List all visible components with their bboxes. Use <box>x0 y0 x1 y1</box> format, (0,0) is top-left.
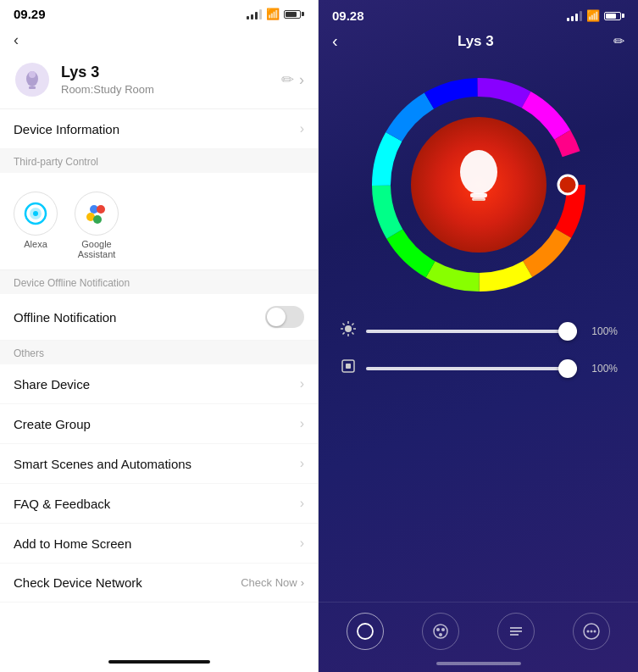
alexa-icon <box>14 192 58 236</box>
battery-icon-right <box>604 12 624 20</box>
add-to-home-screen-item[interactable]: Add to Home Screen › <box>0 524 318 564</box>
color-wheel-container[interactable] <box>319 58 638 303</box>
offline-notif-label: Device Offline Notification <box>14 277 130 289</box>
color-selector-dot[interactable] <box>558 175 577 194</box>
offline-notif-section-header: Device Offline Notification <box>0 270 318 294</box>
home-bar-right <box>436 662 521 665</box>
device-information-label: Device Information <box>14 122 119 136</box>
device-header: Lys 3 Room:Study Room ✏ › <box>0 56 318 109</box>
check-now-chevron: › <box>301 576 304 589</box>
svg-point-50 <box>594 630 596 633</box>
google-assistant-item[interactable]: GoogleAssistant <box>75 192 119 259</box>
svg-point-39 <box>358 624 373 639</box>
share-device-item[interactable]: Share Device › <box>0 364 318 404</box>
device-info: Lys 3 Room:Study Room <box>61 64 281 96</box>
third-party-icons: Alexa GoogleAssistant <box>14 192 304 259</box>
back-arrow-left: ‹ <box>14 31 19 48</box>
svg-point-49 <box>591 630 593 633</box>
svg-line-36 <box>343 332 345 334</box>
color-temp-row: 100% <box>339 358 618 378</box>
alexa-item[interactable]: Alexa <box>14 192 58 259</box>
svg-point-48 <box>587 630 590 633</box>
chevron-icon: › <box>300 121 304 136</box>
back-button-right[interactable]: ‹ <box>332 31 338 51</box>
wifi-icon-left: 📶 <box>266 8 280 20</box>
faq-feedback-item[interactable]: FAQ & Feedback › <box>0 484 318 524</box>
device-information-item[interactable]: Device Information › <box>0 109 318 149</box>
color-temp-fill <box>366 367 577 370</box>
brightness-track[interactable] <box>366 330 577 333</box>
brightness-thumb[interactable] <box>558 322 577 341</box>
offline-notification-label: Offline Notification <box>14 310 116 325</box>
time-left: 09.29 <box>14 7 46 21</box>
tab-more-button[interactable] <box>573 613 610 650</box>
chevron-icon: › <box>300 496 304 511</box>
home-bar-left <box>108 660 210 664</box>
add-to-home-screen-label: Add to Home Screen <box>14 536 131 551</box>
svg-rect-2 <box>29 86 36 89</box>
brightness-icon <box>339 320 358 342</box>
left-panel: 09.29 📶 ‹ <box>0 0 319 672</box>
chevron-icon: › <box>300 416 304 431</box>
color-temp-icon <box>339 358 358 378</box>
svg-line-33 <box>343 324 345 325</box>
tab-schedule-button[interactable] <box>497 613 535 650</box>
chevron-icon: › <box>300 456 304 471</box>
offline-notification-row: Offline Notification <box>0 294 318 341</box>
time-right: 09.28 <box>332 8 364 23</box>
others-label: Others <box>14 347 44 359</box>
device-edit-button[interactable]: ✏ › <box>281 70 304 89</box>
tab-color-button[interactable] <box>422 613 459 650</box>
faq-feedback-label: FAQ & Feedback <box>14 497 110 511</box>
svg-line-35 <box>352 324 353 325</box>
brightness-fill <box>366 330 577 333</box>
offline-notification-toggle[interactable] <box>265 306 304 328</box>
bottom-tabs <box>319 602 638 657</box>
third-party-label: Third-party Control <box>14 156 98 168</box>
smart-scenes-item[interactable]: Smart Scenes and Automations › <box>0 444 318 484</box>
edit-button-right[interactable]: ✏ <box>613 33 624 49</box>
toggle-knob <box>267 308 286 326</box>
sliders-section: 100% 100% <box>319 312 638 403</box>
chevron-icon: › <box>300 536 304 551</box>
chevron-icon: › <box>300 376 304 392</box>
wifi-icon-right: 📶 <box>586 9 600 22</box>
color-wheel-svg[interactable] <box>369 75 589 295</box>
status-bar-right: 09.28 📶 <box>319 0 638 28</box>
color-temp-thumb[interactable] <box>558 359 577 378</box>
status-bar-left: 09.29 📶 <box>0 0 318 26</box>
create-group-label: Create Group <box>14 417 91 431</box>
create-group-item[interactable]: Create Group › <box>0 404 318 444</box>
top-nav-right: ‹ Lys 3 ✏ <box>319 28 638 58</box>
back-button-left[interactable]: ‹ <box>0 26 318 56</box>
svg-rect-25 <box>470 193 487 197</box>
check-now-text: Check Now <box>241 576 297 589</box>
svg-point-10 <box>93 215 102 224</box>
alexa-label: Alexa <box>24 239 47 249</box>
svg-line-34 <box>352 332 353 334</box>
device-name: Lys 3 <box>61 64 281 81</box>
smart-scenes-label: Smart Scenes and Automations <box>14 457 191 471</box>
page-title-right: Lys 3 <box>458 33 494 50</box>
brightness-row: 100% <box>339 320 618 342</box>
svg-point-6 <box>33 211 38 216</box>
svg-point-28 <box>345 325 352 332</box>
status-icons-right: 📶 <box>567 9 624 22</box>
device-room: Room:Study Room <box>61 83 281 96</box>
signal-icon-left <box>247 9 262 19</box>
home-indicator-left <box>0 653 318 672</box>
google-assistant-label: GoogleAssistant <box>78 239 116 259</box>
check-network-label: Check Device Network <box>14 575 142 590</box>
tab-scene-button[interactable] <box>347 613 384 650</box>
svg-point-24 <box>460 150 497 194</box>
svg-point-41 <box>436 628 440 631</box>
check-device-network-item[interactable]: Check Device Network Check Now › <box>0 564 318 603</box>
svg-rect-38 <box>346 364 351 369</box>
brightness-value: 100% <box>585 325 618 337</box>
svg-point-3 <box>29 71 36 78</box>
status-icons-left: 📶 <box>247 8 304 20</box>
arrow-icon: › <box>299 71 304 89</box>
third-party-section-header: Third-party Control <box>0 149 318 173</box>
color-temp-track[interactable] <box>366 367 577 370</box>
google-assistant-icon <box>75 192 119 236</box>
